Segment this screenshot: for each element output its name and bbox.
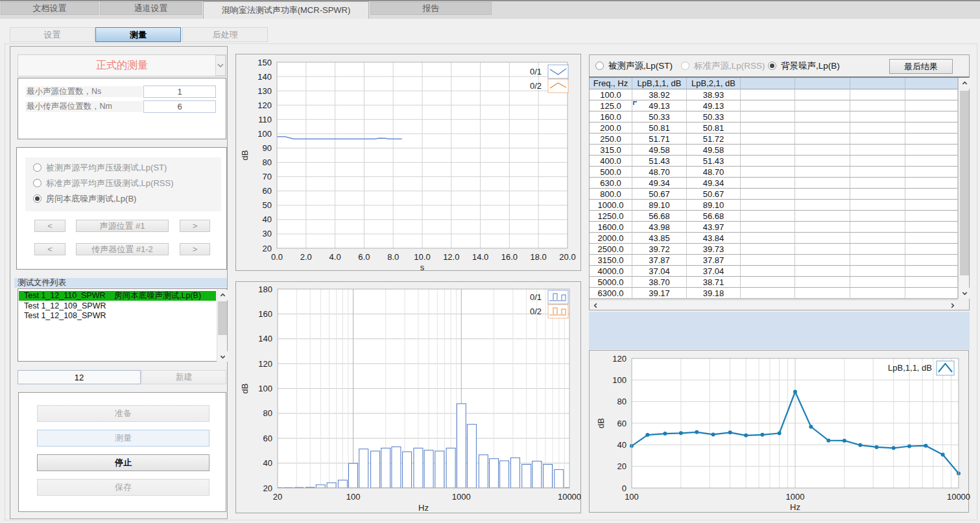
tab-2[interactable]: 通道设置 bbox=[100, 2, 202, 15]
table-cell[interactable]: 49.58 bbox=[687, 145, 741, 156]
table-cell[interactable] bbox=[741, 189, 795, 200]
legend-item[interactable]: 0/2 bbox=[530, 79, 568, 93]
test-type-1-radio-icon[interactable] bbox=[33, 163, 42, 172]
tab-3[interactable]: 混响室法测试声功率(MCR-SPWR) bbox=[203, 1, 369, 19]
table-header-5[interactable] bbox=[795, 78, 850, 89]
table-cell[interactable] bbox=[795, 277, 850, 288]
table-cell[interactable] bbox=[850, 277, 905, 288]
table-cell[interactable]: 50.67 bbox=[632, 189, 687, 200]
table-cell[interactable] bbox=[905, 266, 958, 277]
table-cell[interactable]: 39.17 bbox=[632, 288, 687, 299]
table-cell[interactable]: 43.97 bbox=[687, 222, 741, 233]
microphone-position-button[interactable]: 传声器位置 #1-2 bbox=[76, 243, 169, 255]
measurement-mode-select[interactable]: 正式的测量 bbox=[18, 54, 226, 76]
table-cell[interactable]: 49.58 bbox=[632, 145, 687, 156]
table-cell[interactable]: 43.98 bbox=[632, 222, 687, 233]
table-cell[interactable] bbox=[741, 277, 795, 288]
list-item[interactable]: Test 1_12_109_SPWR bbox=[19, 301, 216, 311]
table-cell[interactable]: 50.81 bbox=[687, 122, 741, 134]
table-cell[interactable] bbox=[741, 167, 795, 178]
table-hscrollbar[interactable] bbox=[590, 299, 958, 310]
table-cell[interactable]: 50.33 bbox=[632, 111, 687, 122]
legend-item[interactable]: 0/1 bbox=[530, 290, 568, 304]
source-position-prev-button[interactable]: < bbox=[34, 220, 66, 232]
table-cell[interactable]: 56.68 bbox=[632, 211, 687, 222]
table-cell[interactable] bbox=[795, 134, 850, 145]
table-cell[interactable]: 200.0 bbox=[590, 122, 632, 134]
table-cell[interactable] bbox=[905, 111, 958, 122]
table-cell[interactable] bbox=[850, 233, 905, 244]
table-cell[interactable]: 49.13 bbox=[632, 100, 687, 111]
table-cell[interactable] bbox=[905, 145, 958, 156]
table-cell[interactable]: 6300.0 bbox=[590, 288, 632, 299]
table-cell[interactable]: 48.70 bbox=[687, 167, 741, 178]
table-cell[interactable]: 1000.0 bbox=[590, 200, 632, 211]
test-type-2-radio-icon[interactable] bbox=[33, 179, 42, 187]
table-cell[interactable] bbox=[795, 111, 850, 122]
table-cell[interactable] bbox=[905, 100, 958, 111]
microphone-position-next-button[interactable]: > bbox=[180, 243, 210, 255]
table-cell[interactable] bbox=[850, 167, 905, 178]
table-cell[interactable] bbox=[795, 189, 850, 200]
table-cell[interactable]: 50.33 bbox=[687, 111, 741, 122]
table-cell[interactable] bbox=[741, 255, 795, 266]
table-cell[interactable]: 5000.0 bbox=[590, 277, 632, 288]
table-cell[interactable] bbox=[850, 288, 905, 299]
table-cell[interactable] bbox=[795, 288, 850, 299]
table-cell[interactable] bbox=[741, 288, 795, 299]
table-cell[interactable] bbox=[850, 178, 905, 189]
table-header-1[interactable]: Freq., Hz bbox=[590, 78, 632, 89]
table-cell[interactable] bbox=[850, 145, 905, 156]
table-cell[interactable] bbox=[850, 244, 905, 255]
result-source-1-radio-icon[interactable] bbox=[595, 62, 604, 70]
table-cell[interactable] bbox=[741, 222, 795, 233]
table-cell[interactable] bbox=[905, 244, 958, 255]
table-cell[interactable]: 400.0 bbox=[590, 156, 632, 167]
table-cell[interactable] bbox=[850, 156, 905, 167]
table-cell[interactable] bbox=[795, 100, 850, 111]
result-source-2-radio-icon[interactable] bbox=[681, 62, 689, 70]
table-cell[interactable] bbox=[795, 167, 850, 178]
table-cell[interactable] bbox=[795, 145, 850, 156]
subtab-3[interactable]: 后处理 bbox=[182, 27, 268, 42]
table-cell[interactable] bbox=[741, 156, 795, 167]
table-cell[interactable] bbox=[795, 244, 850, 255]
table-cell[interactable] bbox=[905, 134, 958, 145]
table-cell[interactable] bbox=[741, 100, 795, 111]
last-result-button[interactable]: 最后结果 bbox=[889, 59, 953, 74]
table-cell[interactable]: 3150.0 bbox=[590, 255, 632, 266]
table-cell[interactable] bbox=[741, 111, 795, 122]
table-cell[interactable]: 39.72 bbox=[632, 244, 687, 255]
table-cell[interactable] bbox=[795, 156, 850, 167]
table-cell[interactable] bbox=[795, 89, 850, 100]
table-scroll-right-icon[interactable] bbox=[947, 301, 957, 310]
table-cell[interactable]: 250.0 bbox=[590, 134, 632, 145]
table-cell[interactable]: 800.0 bbox=[590, 189, 632, 200]
table-cell[interactable] bbox=[905, 167, 958, 178]
table-cell[interactable] bbox=[850, 100, 905, 111]
table-header-4[interactable] bbox=[741, 78, 795, 89]
list-item[interactable]: Test 1_12_108_SPWR bbox=[19, 311, 216, 321]
table-cell[interactable] bbox=[850, 222, 905, 233]
table-cell[interactable]: 4000.0 bbox=[590, 266, 632, 277]
file-list-scroll-up-icon[interactable] bbox=[217, 290, 228, 300]
subtab-1[interactable]: 设置 bbox=[10, 27, 95, 42]
table-cell[interactable]: 39.18 bbox=[687, 288, 741, 299]
table-cell[interactable] bbox=[905, 200, 958, 211]
table-cell[interactable] bbox=[741, 200, 795, 211]
table-vscroll-thumb[interactable] bbox=[960, 91, 969, 275]
table-cell[interactable]: 38.71 bbox=[687, 277, 741, 288]
table-header-3[interactable]: LpB,2,1, dB bbox=[687, 78, 741, 89]
table-cell[interactable]: 37.87 bbox=[632, 255, 687, 266]
test-type-3-radio-icon[interactable] bbox=[33, 194, 42, 203]
table-cell[interactable] bbox=[850, 89, 905, 100]
table-cell[interactable] bbox=[795, 178, 850, 189]
file-list-scroll-thumb[interactable] bbox=[218, 301, 227, 335]
table-cell[interactable]: 100.0 bbox=[590, 89, 632, 100]
table-cell[interactable]: 37.87 bbox=[687, 255, 741, 266]
table-cell[interactable]: 125.0 bbox=[590, 100, 632, 111]
legend-item[interactable]: 0/1 bbox=[530, 65, 568, 78]
table-cell[interactable] bbox=[795, 255, 850, 266]
table-cell[interactable]: 51.43 bbox=[632, 156, 687, 167]
table-cell[interactable]: 43.85 bbox=[632, 233, 687, 244]
